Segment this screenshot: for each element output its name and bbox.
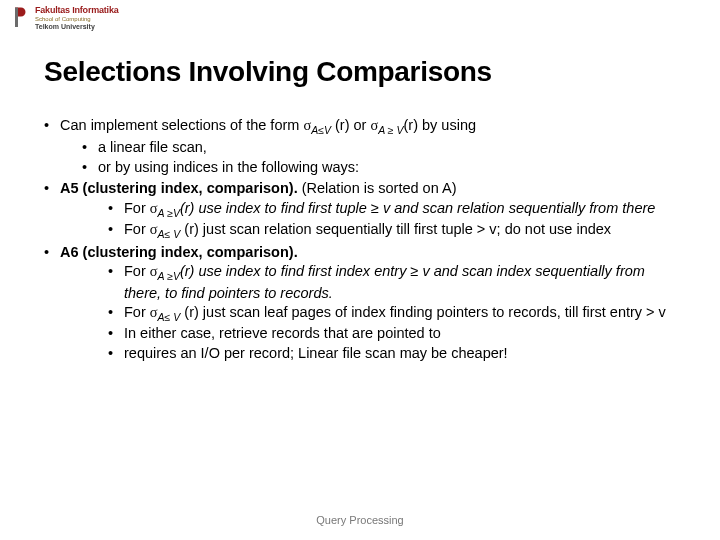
bullet-3c: In either case, retrieve records that ar…: [108, 324, 676, 344]
bullet-2: A5 (clustering index, comparison). (Rela…: [44, 179, 676, 241]
bullet-1: Can implement selections of the form σA≤…: [44, 116, 676, 177]
logo-subtitle: School of Computing: [35, 16, 119, 22]
b3s2-pre: For: [124, 304, 150, 320]
slide-content: Selections Involving Comparisons Can imp…: [0, 0, 720, 363]
bullet-3b: For σA≤ V (r) just scan leaf pages of in…: [108, 303, 676, 324]
b2-label: A5 (clustering index, comparison).: [60, 180, 298, 196]
b2s2-pre: For: [124, 221, 150, 237]
sub-ale: A≤V: [311, 124, 331, 136]
b1-mid: (r) or: [331, 117, 370, 133]
logo-title: Fakultas Informatika: [35, 6, 119, 15]
b2s2-post: (r) just scan relation sequentially till…: [180, 221, 611, 237]
logo-university: Telkom University: [35, 23, 119, 30]
b3s1-post: (r) use index to find first index entry …: [124, 263, 645, 300]
logo-mark-icon: [12, 6, 30, 30]
b3s2-post: (r) just scan leaf pages of index findin…: [180, 304, 666, 320]
bullet-list: Can implement selections of the form σA≤…: [44, 116, 676, 363]
b2s1-post: (r) use index to find first tuple ≥ v an…: [180, 200, 655, 216]
b1-prefix: Can implement selections of the form: [60, 117, 303, 133]
sigma-icon: σ: [150, 304, 158, 320]
b3s1-pre: For: [124, 263, 150, 279]
logo: Fakultas Informatika School of Computing…: [12, 6, 119, 30]
sub-ale3: A≤ V: [158, 311, 181, 323]
sub-age2: A ≥V: [158, 207, 180, 219]
bullet-3d: requires an I/O per record; Linear file …: [108, 344, 676, 364]
bullet-2b: For σA≤ V (r) just scan relation sequent…: [108, 220, 676, 241]
sigma-icon: σ: [150, 263, 158, 279]
bullet-1a: a linear file scan,: [82, 138, 676, 158]
b3-label: A6 (clustering index, comparison).: [60, 244, 298, 260]
bullet-1b: or by using indices in the following way…: [82, 158, 676, 178]
sub-age3: A ≥V: [158, 270, 180, 282]
slide-title: Selections Involving Comparisons: [44, 56, 676, 88]
bullet-3a: For σA ≥V(r) use index to find first ind…: [108, 262, 676, 303]
sigma-icon: σ: [150, 200, 158, 216]
b2s1-pre: For: [124, 200, 150, 216]
bullet-3: A6 (clustering index, comparison). For σ…: [44, 243, 676, 363]
sub-age: A ≥ V: [378, 124, 403, 136]
logo-text: Fakultas Informatika School of Computing…: [35, 6, 119, 30]
b1-suffix: (r) by using: [404, 117, 477, 133]
bullet-2a: For σA ≥V(r) use index to find first tup…: [108, 199, 676, 220]
footer-text: Query Processing: [0, 514, 720, 526]
sub-ale2: A≤ V: [158, 228, 181, 240]
b2-tail: (Relation is sorted on A): [298, 180, 457, 196]
sigma-icon: σ: [150, 221, 158, 237]
